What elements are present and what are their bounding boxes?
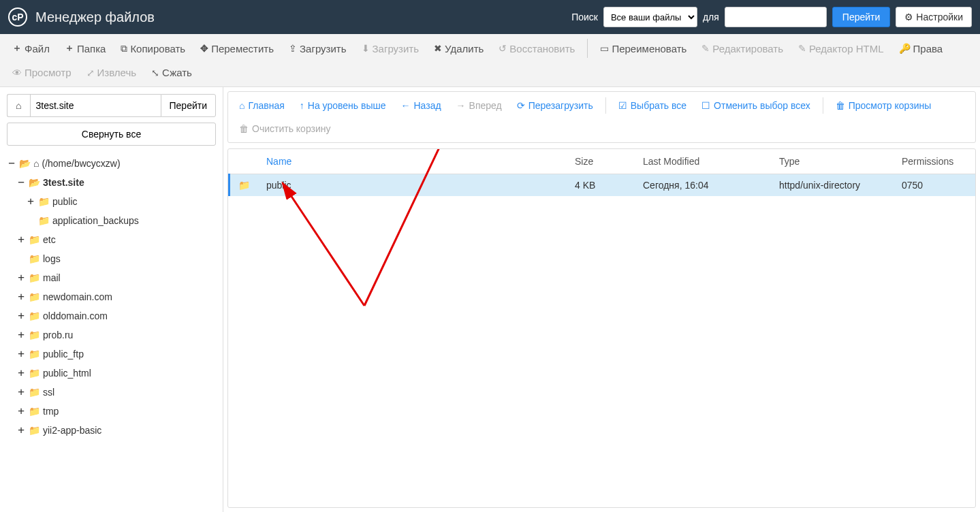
copy-button[interactable]: ⧉Копировать: [114, 37, 192, 60]
folder-icon: 📁: [29, 384, 40, 401]
gear-icon: ⚙: [904, 12, 913, 22]
plus-icon: +: [16, 345, 26, 364]
plus-icon: ＋: [65, 42, 74, 54]
plus-icon: +: [16, 402, 26, 421]
path-go-button[interactable]: Перейти: [161, 94, 216, 117]
empty-trash-button[interactable]: 🗑Очистить корзину: [232, 118, 338, 140]
tree-item-mail[interactable]: +📁mail: [16, 268, 216, 287]
folder-icon: 📁: [29, 365, 40, 382]
undo-icon: ↺: [499, 43, 507, 54]
folder-icon: 📁: [29, 270, 40, 287]
pencil-icon: ✎: [798, 43, 806, 54]
folder-icon: 📁: [29, 231, 40, 249]
new-folder-button[interactable]: ＋Папка: [58, 37, 112, 60]
cell-type: httpd/unix-directory: [771, 174, 894, 197]
home-icon: ⌂: [33, 155, 39, 172]
tree-item-public[interactable]: + 📁 public: [26, 192, 216, 211]
cell-perms: 0750: [894, 174, 975, 197]
col-icon: [230, 149, 259, 174]
content-pane: ⌂Главная ↑На уровень выше ←Назад →Вперед…: [223, 87, 980, 512]
main-toolbar: ＋Файл ＋Папка ⧉Копировать ✥Переместить ⇪З…: [0, 34, 980, 87]
folder-tree: − 📂 ⌂ (/home/bwcycxzw) − 📂 3test.site: [7, 154, 216, 440]
folder-icon: 📁: [29, 346, 40, 363]
view-button[interactable]: 👁Просмотр: [5, 61, 78, 84]
nav-forward-button[interactable]: →Вперед: [449, 95, 509, 116]
tree-item-etc[interactable]: +📁etc: [16, 230, 216, 249]
expand-icon: ⤢: [86, 67, 95, 78]
rename-icon: ▭: [600, 43, 609, 54]
path-input[interactable]: [30, 94, 161, 117]
nav-separator: [605, 97, 606, 114]
nav-back-button[interactable]: ←Назад: [394, 95, 447, 116]
compress-icon: ⤡: [151, 67, 159, 78]
plus-icon: +: [26, 192, 35, 211]
unselect-all-button[interactable]: ☐Отменить выбор всех: [695, 95, 817, 116]
cell-size: 4 KB: [567, 174, 635, 197]
tree-item-olddomain[interactable]: +📁olddomain.com: [16, 306, 216, 325]
nav-home-button[interactable]: ⌂Главная: [232, 95, 291, 116]
permissions-button[interactable]: 🔑Права: [892, 37, 950, 60]
tree-item-tmp[interactable]: +📁tmp: [16, 402, 216, 421]
cell-modified: Сегодня, 16:04: [635, 174, 771, 197]
col-perms[interactable]: Permissions: [894, 149, 975, 174]
col-modified[interactable]: Last Modified: [635, 149, 771, 174]
uncheck-icon: ☐: [701, 100, 710, 111]
edit-button[interactable]: ✎Редактировать: [695, 37, 790, 60]
rename-button[interactable]: ▭Переименовать: [593, 37, 693, 60]
home-icon: ⌂: [16, 100, 21, 111]
tree-item-logs[interactable]: 📁logs: [16, 249, 216, 268]
copy-icon: ⧉: [121, 43, 127, 54]
tree-item-public-ftp[interactable]: +📁public_ftp: [16, 345, 216, 364]
tree-item-prob-ru[interactable]: +📁prob.ru: [16, 325, 216, 345]
trash-icon: 🗑: [836, 100, 845, 111]
arrow-left-icon: ←: [400, 100, 410, 111]
folder-icon: 📁: [238, 180, 250, 191]
extract-button[interactable]: ⤢Извлечь: [80, 61, 144, 84]
cell-name: public: [258, 174, 567, 197]
search-input[interactable]: [725, 7, 827, 27]
nav-up-button[interactable]: ↑На уровень выше: [293, 95, 393, 116]
download-button[interactable]: ⬇Загрузить: [355, 37, 426, 60]
tree-item-application-backups[interactable]: 📁 application_backups: [26, 211, 216, 230]
folder-icon: 📁: [38, 212, 50, 229]
tree-item-3test-site[interactable]: − 📂 3test.site: [16, 173, 216, 192]
move-icon: ✥: [200, 43, 208, 54]
view-trash-button[interactable]: 🗑Просмотр корзины: [829, 95, 938, 116]
folder-open-icon: 📂: [29, 174, 40, 191]
new-file-button[interactable]: ＋Файл: [5, 37, 57, 60]
col-size[interactable]: Size: [567, 149, 635, 174]
delete-button[interactable]: ✖Удалить: [427, 37, 490, 60]
folder-icon: 📁: [29, 289, 40, 306]
html-editor-button[interactable]: ✎Редактор HTML: [791, 37, 891, 60]
nav-reload-button[interactable]: ⟳Перезагрузить: [510, 95, 600, 116]
collapse-all-button[interactable]: Свернуть все: [7, 123, 216, 146]
home-button[interactable]: ⌂: [7, 94, 30, 117]
minus-icon: −: [7, 154, 16, 173]
trash-icon: 🗑: [239, 123, 249, 134]
nav-strip: ⌂Главная ↑На уровень выше ←Назад →Вперед…: [227, 91, 976, 143]
tree-item-yii2[interactable]: +📁yii2-app-basic: [16, 421, 216, 440]
restore-button[interactable]: ↺Восстановить: [492, 37, 582, 60]
tree-item-newdomain[interactable]: +📁newdomain.com: [16, 287, 216, 306]
upload-icon: ⇪: [289, 43, 297, 54]
col-name[interactable]: Name: [258, 149, 567, 174]
settings-button[interactable]: ⚙ Настройки: [896, 7, 972, 27]
move-button[interactable]: ✥Переместить: [193, 37, 281, 60]
folder-icon: 📁: [29, 308, 40, 325]
reload-icon: ⟳: [517, 100, 525, 111]
tree-item-ssl[interactable]: +📁ssl: [16, 383, 216, 402]
minus-icon: −: [16, 173, 26, 192]
upload-button[interactable]: ⇪Загрузить: [282, 37, 353, 60]
table-row[interactable]: 📁 public 4 KB Сегодня, 16:04 httpd/unix-…: [230, 174, 976, 197]
search-scope-select[interactable]: Все ваши файлы: [603, 7, 697, 27]
compress-button[interactable]: ⤡Сжать: [144, 61, 199, 84]
cpanel-logo-icon: cP: [8, 7, 27, 27]
select-all-button[interactable]: ☑Выбрать все: [612, 95, 693, 116]
tree-item-public-html[interactable]: +📁public_html: [16, 364, 216, 383]
folder-icon: 📁: [29, 422, 40, 439]
tree-root[interactable]: − 📂 ⌂ (/home/bwcycxzw): [7, 154, 216, 173]
search-go-button[interactable]: Перейти: [832, 7, 890, 27]
search-for-label: для: [703, 12, 719, 22]
key-icon: 🔑: [899, 43, 911, 54]
col-type[interactable]: Type: [771, 149, 894, 174]
